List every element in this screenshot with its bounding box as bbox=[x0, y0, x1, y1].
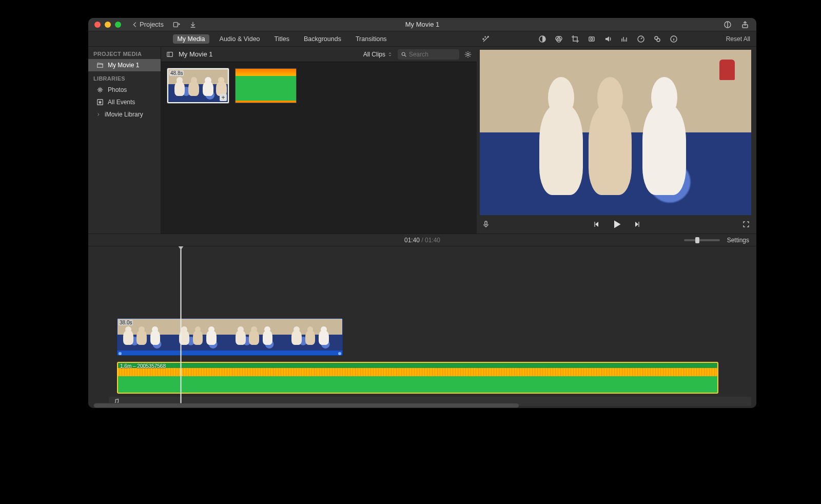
fullscreen-icon[interactable] bbox=[742, 220, 750, 228]
share-icon[interactable] bbox=[741, 21, 749, 29]
svg-rect-7 bbox=[589, 37, 594, 41]
media-browser: My Movie 1 All Clips 4 bbox=[161, 47, 477, 234]
timeline-video-clip[interactable]: 38.0s bbox=[117, 318, 343, 356]
window-controls bbox=[94, 22, 121, 28]
sidebar-item-label: iMovie Library bbox=[105, 111, 143, 118]
back-to-projects-button[interactable]: Projects bbox=[131, 21, 164, 28]
total-time: 01:40 bbox=[425, 237, 440, 244]
settings-button[interactable]: Settings bbox=[727, 237, 749, 244]
updown-icon bbox=[387, 51, 393, 58]
clapper-icon bbox=[96, 62, 104, 69]
sidebar-item-photos[interactable]: Photos bbox=[88, 84, 161, 96]
sidebar-item-label: Photos bbox=[108, 86, 127, 93]
sidebar-item-all-events[interactable]: All Events bbox=[88, 96, 161, 108]
chevron-right-icon bbox=[96, 111, 101, 118]
volume-icon[interactable] bbox=[604, 35, 612, 43]
transport-controls bbox=[477, 215, 756, 234]
svg-rect-0 bbox=[173, 22, 178, 27]
minimize-button[interactable] bbox=[105, 22, 111, 28]
svg-point-17 bbox=[402, 52, 405, 55]
clip-duration-badge: 48.8s bbox=[169, 70, 184, 76]
stabilize-icon[interactable] bbox=[588, 35, 596, 43]
sidebar-project-item[interactable]: My Movie 1 bbox=[88, 59, 161, 71]
adjustment-tools bbox=[538, 35, 678, 43]
tabs-row: My Media Audio & Video Titles Background… bbox=[88, 31, 756, 47]
sidebar-section-libraries: LIBRARIES bbox=[88, 71, 161, 84]
tab-audio-video[interactable]: Audio & Video bbox=[216, 34, 264, 44]
horizontal-scrollbar[interactable] bbox=[93, 403, 519, 408]
back-label: Projects bbox=[140, 21, 164, 28]
close-button[interactable] bbox=[94, 22, 101, 28]
color-balance-icon[interactable] bbox=[724, 21, 732, 29]
timeline[interactable]: 38.0s 1.6m – 2005357568 bbox=[88, 246, 756, 408]
upper-area: PROJECT MEDIA My Movie 1 LIBRARIES Photo… bbox=[88, 47, 756, 234]
svg-point-8 bbox=[591, 38, 593, 40]
search-icon bbox=[401, 51, 407, 58]
info-icon[interactable] bbox=[670, 35, 678, 43]
play-button[interactable] bbox=[612, 219, 622, 229]
gear-icon[interactable] bbox=[464, 51, 472, 58]
search-field[interactable] bbox=[398, 49, 459, 60]
audio-clip-thumb[interactable] bbox=[235, 68, 297, 103]
svg-point-11 bbox=[657, 38, 660, 42]
timeline-audio-label: 1.6m – 2005357568 bbox=[120, 363, 166, 369]
tab-my-media[interactable]: My Media bbox=[173, 34, 209, 44]
sidebar-section-project: PROJECT MEDIA bbox=[88, 47, 161, 59]
color-correction-icon[interactable] bbox=[555, 35, 563, 43]
star-icon bbox=[96, 99, 104, 106]
svg-rect-13 bbox=[97, 64, 103, 67]
prev-frame-button[interactable] bbox=[592, 220, 600, 228]
microphone-icon[interactable] bbox=[482, 220, 490, 228]
tab-backgrounds[interactable]: Backgrounds bbox=[300, 34, 345, 44]
speed-icon[interactable] bbox=[637, 35, 645, 43]
sidebar-item-label: All Events bbox=[108, 99, 135, 106]
crop-icon[interactable] bbox=[571, 35, 579, 43]
preview-video[interactable] bbox=[480, 50, 751, 215]
sidebar-project-label: My Movie 1 bbox=[108, 62, 139, 69]
svg-point-18 bbox=[467, 53, 469, 55]
add-clip-icon[interactable]: + bbox=[220, 94, 227, 101]
browser-body: 48.8s + bbox=[161, 62, 477, 234]
next-frame-button[interactable] bbox=[633, 220, 641, 228]
equalizer-icon[interactable] bbox=[620, 35, 629, 43]
search-input[interactable] bbox=[409, 51, 456, 58]
tab-transitions[interactable]: Transitions bbox=[351, 34, 391, 44]
maximize-button[interactable] bbox=[115, 22, 121, 28]
zoom-slider[interactable] bbox=[684, 239, 720, 241]
zoom-knob[interactable] bbox=[695, 237, 699, 243]
timeline-audio-clip[interactable]: 1.6m – 2005357568 bbox=[117, 362, 718, 394]
color-balance-tool-icon[interactable] bbox=[538, 35, 546, 43]
video-clip-thumb[interactable]: 48.8s + bbox=[167, 68, 229, 103]
titlebar: Projects My Movie 1 bbox=[88, 18, 756, 31]
timeline-video-duration: 38.0s bbox=[119, 320, 133, 325]
enhance-icon[interactable] bbox=[482, 35, 490, 43]
browser-header: My Movie 1 All Clips bbox=[161, 47, 477, 62]
sidebar-toggle-icon[interactable] bbox=[166, 51, 173, 58]
svg-rect-16 bbox=[167, 52, 173, 56]
browser-title: My Movie 1 bbox=[179, 50, 212, 58]
app-window: Projects My Movie 1 My Media Audio & Vid… bbox=[88, 18, 756, 408]
library-toggle-icon[interactable] bbox=[173, 21, 180, 28]
tab-titles[interactable]: Titles bbox=[270, 34, 294, 44]
lamp-decor bbox=[719, 60, 735, 80]
filter-icon[interactable] bbox=[653, 35, 661, 43]
current-time: 01:40 bbox=[404, 237, 420, 244]
svg-point-14 bbox=[99, 89, 101, 91]
clips-filter-dropdown[interactable]: All Clips bbox=[363, 51, 393, 58]
sidebar: PROJECT MEDIA My Movie 1 LIBRARIES Photo… bbox=[88, 47, 161, 234]
viewer-panel bbox=[477, 47, 756, 234]
media-tabs: My Media Audio & Video Titles Background… bbox=[88, 31, 476, 46]
flower-icon bbox=[96, 86, 104, 93]
timebar: 01:40 / 01:40 Settings bbox=[88, 234, 756, 246]
svg-rect-19 bbox=[485, 221, 487, 225]
import-icon[interactable] bbox=[189, 21, 197, 28]
reset-all-button[interactable]: Reset All bbox=[726, 35, 750, 43]
sidebar-item-imovie-library[interactable]: iMovie Library bbox=[88, 108, 161, 121]
playhead-time: 01:40 / 01:40 bbox=[404, 237, 440, 244]
waveform bbox=[118, 368, 717, 376]
